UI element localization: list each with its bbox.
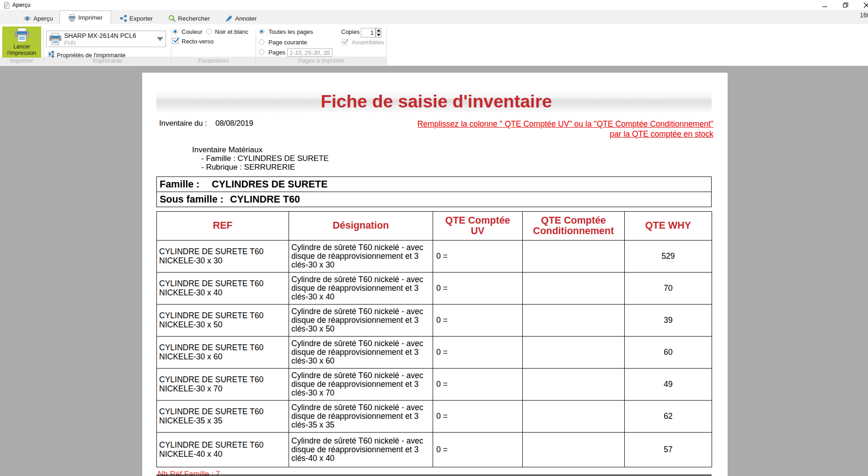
qte-uv-cell: 0 =	[433, 369, 523, 401]
print-button-label-line1: Lancer	[13, 44, 30, 50]
search-icon	[168, 15, 176, 22]
subfamily-row: Sous famille : CYLINDRE T60	[157, 192, 711, 207]
designation-cell: Cylindre de sûreté T60 nickelé - avec di…	[289, 305, 433, 337]
inventory-date-value: 08/08/2019	[215, 119, 253, 128]
radio-couleur[interactable]	[172, 29, 178, 34]
header-qte-why: QTE WHY	[625, 212, 712, 241]
qte-why-cell: 57	[625, 433, 712, 467]
copies-input[interactable]	[361, 28, 375, 37]
group-separator	[386, 28, 387, 64]
eye-icon	[23, 16, 31, 21]
radio-pages[interactable]	[259, 49, 264, 55]
designation-cell: Cylindre de sûreté T60 nickelé - avec di…	[289, 401, 433, 433]
footer-line	[156, 475, 712, 476]
radio-toutes-les-pages[interactable]	[259, 29, 264, 34]
qte-why-cell: 70	[625, 273, 712, 305]
group-label-imprimer: Imprimer	[0, 57, 43, 65]
header-qte-uv: QTE Comptée UV	[433, 212, 523, 241]
close-icon	[863, 2, 868, 8]
table-row: CYLINDRE DE SURETE T60 NICKELE-30 x 70 C…	[157, 369, 712, 401]
tab-label: Imprimer	[78, 14, 102, 21]
qte-cond-cell	[523, 273, 625, 305]
table-row: CYLINDRE DE SURETE T60 NICKELE-30 x 30 C…	[157, 241, 712, 273]
document-title: Fiche de saisie d'inventaire	[321, 91, 552, 112]
tab-label: Aperçu	[33, 15, 53, 22]
designation-cell: Cylindre de sûreté T60 nickelé - avec di…	[289, 369, 433, 401]
family-value: CYLINDRES DE SURETE	[212, 179, 327, 190]
sliders-icon	[48, 50, 55, 59]
printer-icon	[68, 14, 76, 21]
radio-page-courante-label: Page courante	[268, 39, 307, 46]
table-row: CYLINDRE DE SURETE T60 NICKELE-30 x 40 C…	[157, 273, 712, 305]
chevron-up-icon	[377, 29, 380, 32]
tab-label: Exporter	[129, 15, 153, 22]
qte-uv-cell: 0 =	[433, 305, 523, 337]
instruction-note-line2: par la QTE comptée en stock	[418, 129, 713, 139]
ribbon: Lancer l'impression SHARP MX-2614N PCL6 …	[0, 24, 868, 65]
radio-page-courante[interactable]	[259, 39, 264, 45]
qte-cond-cell	[523, 369, 625, 401]
close-button[interactable]	[859, 0, 868, 10]
tab-exporter[interactable]: Exporter	[120, 12, 153, 24]
radio-noir-et-blanc[interactable]	[206, 29, 212, 34]
qte-uv-cell: 0 =	[433, 433, 523, 467]
table-row: CYLINDRE DE SURETE T60 NICKELE-30 x 60 C…	[157, 337, 712, 369]
radio-toutes-les-pages-label: Toutes les pages	[268, 28, 313, 35]
share-icon	[120, 15, 127, 22]
title-bar: Aperçu	[0, 0, 868, 10]
printer-icon	[14, 28, 30, 43]
family-row: Famille : CYLINDRES DE SURETE	[157, 177, 711, 192]
qte-uv-cell: 0 =	[433, 401, 523, 433]
check-icon	[342, 38, 349, 45]
family-label: Famille :	[160, 179, 199, 190]
designation-cell: Cylindre de sûreté T60 nickelé - avec di…	[289, 337, 433, 369]
qte-cond-cell	[523, 433, 625, 467]
checkbox-assemblees[interactable]	[342, 39, 348, 45]
launch-print-button[interactable]: Lancer l'impression	[2, 27, 41, 58]
tab-label: Annoter	[235, 15, 257, 22]
qte-uv-cell: 0 =	[433, 273, 523, 305]
minimize-button[interactable]	[818, 0, 832, 10]
radio-couleur-label: Couleur	[182, 28, 203, 35]
qte-cond-cell	[523, 241, 625, 273]
ref-cell: CYLINDRE DE SURETE T60 NICKELE-40 x 40	[157, 433, 289, 467]
document-area: Fiche de saisie d'inventaire Inventaire …	[0, 66, 868, 476]
radio-pages-label: Pages	[268, 49, 285, 56]
spin-down-button[interactable]	[375, 32, 381, 37]
checkbox-recto-verso[interactable]	[172, 38, 178, 44]
header-designation: Désignation	[289, 212, 433, 241]
context-line-rubrique: - Rubrique : SERRURERIE	[201, 163, 295, 172]
table-row: CYLINDRE DE SURETE T60 NICKELE-30 x 50 C…	[157, 305, 712, 337]
qte-why-cell: 39	[625, 305, 712, 337]
designation-cell: Cylindre de sûreté T60 nickelé - avec di…	[289, 241, 433, 273]
tab-rechercher[interactable]: Rechercher	[168, 12, 210, 24]
zoom-indicator: 160	[860, 11, 868, 19]
table-row: CYLINDRE DE SURETE T60 NICKELE-40 x 40 C…	[157, 433, 712, 467]
restore-button[interactable]	[839, 0, 852, 10]
group-label-pages-a-imprimer: Pages à imprimer	[256, 57, 386, 65]
copies-spinner	[361, 28, 381, 37]
context-line-famille: - Famille : CYLINDRES DE SURETE	[201, 154, 329, 163]
qte-why-cell: 529	[625, 241, 712, 273]
printer-select[interactable]: SHARP MX-2614N PCL6 Prêt	[46, 31, 166, 47]
tab-imprimer[interactable]: Imprimer	[59, 11, 111, 24]
printer-icon	[49, 33, 62, 47]
tab-apercu[interactable]: Aperçu	[23, 12, 53, 24]
instruction-note[interactable]: Remplissez la colonne " QTE Comptée UV" …	[418, 119, 713, 139]
tab-annoter[interactable]: Annoter	[225, 12, 257, 24]
designation-cell: Cylindre de sûreté T60 nickelé - avec di…	[289, 433, 433, 467]
instruction-note-line1: Remplissez la colonne " QTE Comptée UV" …	[418, 119, 713, 129]
dropdown-arrow[interactable]	[156, 31, 164, 47]
app-icon	[3, 1, 10, 11]
printer-properties-button[interactable]: Propriétés de l'imprimante	[48, 51, 126, 59]
pages-range-input[interactable]	[287, 48, 332, 57]
ref-cell: CYLINDRE DE SURETE T60 NICKELE-35 x 35	[157, 401, 289, 433]
ref-cell: CYLINDRE DE SURETE T60 NICKELE-30 x 50	[157, 305, 289, 337]
copies-label: Copies	[341, 28, 359, 35]
header-qte-conditionnement: QTE Comptée Conditionnement	[523, 212, 625, 241]
ref-cell: CYLINDRE DE SURETE T60 NICKELE-30 x 60	[157, 337, 289, 369]
tab-label: Rechercher	[178, 15, 210, 22]
printer-properties-label: Propriétés de l'imprimante	[57, 52, 126, 59]
group-label-parametres: Paramètres	[171, 57, 256, 65]
qte-cond-cell	[523, 401, 625, 433]
